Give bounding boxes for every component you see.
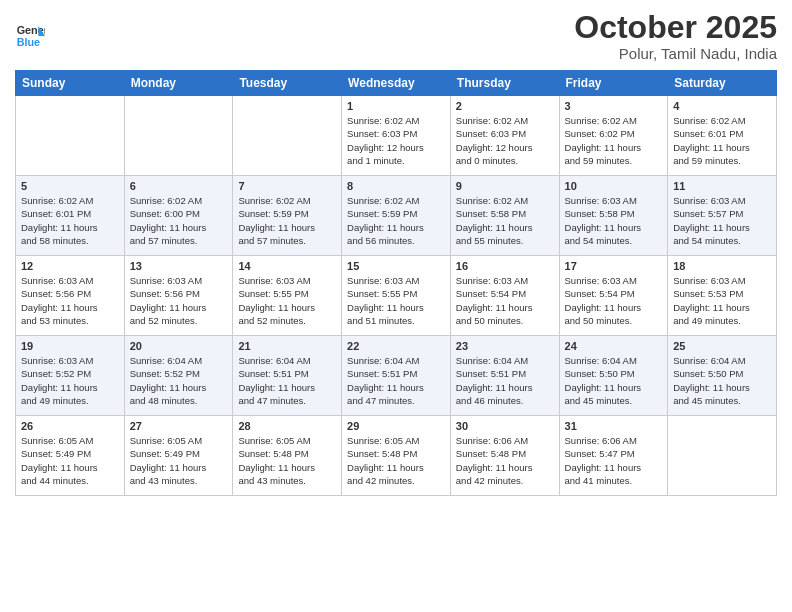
day-number: 23 xyxy=(456,340,554,352)
col-wednesday: Wednesday xyxy=(342,71,451,96)
calendar-day-cell: 17Sunrise: 6:03 AMSunset: 5:54 PMDayligh… xyxy=(559,256,668,336)
calendar-subtitle: Polur, Tamil Nadu, India xyxy=(574,45,777,62)
day-info: Sunrise: 6:03 AMSunset: 5:53 PMDaylight:… xyxy=(673,274,771,327)
day-number: 9 xyxy=(456,180,554,192)
day-number: 17 xyxy=(565,260,663,272)
calendar-week-row: 26Sunrise: 6:05 AMSunset: 5:49 PMDayligh… xyxy=(16,416,777,496)
calendar-day-cell: 28Sunrise: 6:05 AMSunset: 5:48 PMDayligh… xyxy=(233,416,342,496)
col-tuesday: Tuesday xyxy=(233,71,342,96)
day-info: Sunrise: 6:03 AMSunset: 5:58 PMDaylight:… xyxy=(565,194,663,247)
calendar-day-cell: 30Sunrise: 6:06 AMSunset: 5:48 PMDayligh… xyxy=(450,416,559,496)
day-number: 3 xyxy=(565,100,663,112)
calendar-week-row: 5Sunrise: 6:02 AMSunset: 6:01 PMDaylight… xyxy=(16,176,777,256)
calendar-day-cell xyxy=(124,96,233,176)
day-info: Sunrise: 6:02 AMSunset: 6:03 PMDaylight:… xyxy=(456,114,554,167)
logo: General Blue xyxy=(15,21,45,51)
day-number: 7 xyxy=(238,180,336,192)
day-number: 11 xyxy=(673,180,771,192)
day-info: Sunrise: 6:03 AMSunset: 5:55 PMDaylight:… xyxy=(238,274,336,327)
calendar-day-cell: 10Sunrise: 6:03 AMSunset: 5:58 PMDayligh… xyxy=(559,176,668,256)
day-number: 20 xyxy=(130,340,228,352)
day-info: Sunrise: 6:04 AMSunset: 5:52 PMDaylight:… xyxy=(130,354,228,407)
day-info: Sunrise: 6:02 AMSunset: 6:01 PMDaylight:… xyxy=(673,114,771,167)
page: General Blue October 2025 Polur, Tamil N… xyxy=(0,0,792,612)
calendar-header-row: Sunday Monday Tuesday Wednesday Thursday… xyxy=(16,71,777,96)
day-info: Sunrise: 6:02 AMSunset: 5:59 PMDaylight:… xyxy=(238,194,336,247)
day-number: 4 xyxy=(673,100,771,112)
day-number: 2 xyxy=(456,100,554,112)
day-number: 6 xyxy=(130,180,228,192)
calendar-day-cell: 25Sunrise: 6:04 AMSunset: 5:50 PMDayligh… xyxy=(668,336,777,416)
col-friday: Friday xyxy=(559,71,668,96)
calendar-day-cell: 31Sunrise: 6:06 AMSunset: 5:47 PMDayligh… xyxy=(559,416,668,496)
day-number: 15 xyxy=(347,260,445,272)
calendar-day-cell: 11Sunrise: 6:03 AMSunset: 5:57 PMDayligh… xyxy=(668,176,777,256)
day-info: Sunrise: 6:05 AMSunset: 5:49 PMDaylight:… xyxy=(21,434,119,487)
day-info: Sunrise: 6:06 AMSunset: 5:48 PMDaylight:… xyxy=(456,434,554,487)
day-info: Sunrise: 6:02 AMSunset: 5:58 PMDaylight:… xyxy=(456,194,554,247)
calendar-day-cell: 12Sunrise: 6:03 AMSunset: 5:56 PMDayligh… xyxy=(16,256,125,336)
day-info: Sunrise: 6:02 AMSunset: 5:59 PMDaylight:… xyxy=(347,194,445,247)
day-info: Sunrise: 6:04 AMSunset: 5:51 PMDaylight:… xyxy=(347,354,445,407)
col-monday: Monday xyxy=(124,71,233,96)
calendar-day-cell xyxy=(668,416,777,496)
calendar-day-cell: 8Sunrise: 6:02 AMSunset: 5:59 PMDaylight… xyxy=(342,176,451,256)
calendar-day-cell: 14Sunrise: 6:03 AMSunset: 5:55 PMDayligh… xyxy=(233,256,342,336)
calendar-day-cell: 6Sunrise: 6:02 AMSunset: 6:00 PMDaylight… xyxy=(124,176,233,256)
day-info: Sunrise: 6:04 AMSunset: 5:50 PMDaylight:… xyxy=(673,354,771,407)
day-number: 10 xyxy=(565,180,663,192)
title-block: October 2025 Polur, Tamil Nadu, India xyxy=(574,10,777,62)
calendar-day-cell: 5Sunrise: 6:02 AMSunset: 6:01 PMDaylight… xyxy=(16,176,125,256)
svg-text:Blue: Blue xyxy=(17,36,40,48)
calendar-day-cell: 22Sunrise: 6:04 AMSunset: 5:51 PMDayligh… xyxy=(342,336,451,416)
day-info: Sunrise: 6:04 AMSunset: 5:50 PMDaylight:… xyxy=(565,354,663,407)
day-number: 14 xyxy=(238,260,336,272)
calendar-title: October 2025 xyxy=(574,10,777,45)
calendar-week-row: 1Sunrise: 6:02 AMSunset: 6:03 PMDaylight… xyxy=(16,96,777,176)
day-number: 30 xyxy=(456,420,554,432)
day-info: Sunrise: 6:05 AMSunset: 5:48 PMDaylight:… xyxy=(347,434,445,487)
col-sunday: Sunday xyxy=(16,71,125,96)
calendar-day-cell: 3Sunrise: 6:02 AMSunset: 6:02 PMDaylight… xyxy=(559,96,668,176)
day-number: 27 xyxy=(130,420,228,432)
calendar-day-cell: 26Sunrise: 6:05 AMSunset: 5:49 PMDayligh… xyxy=(16,416,125,496)
calendar-day-cell: 27Sunrise: 6:05 AMSunset: 5:49 PMDayligh… xyxy=(124,416,233,496)
day-info: Sunrise: 6:03 AMSunset: 5:55 PMDaylight:… xyxy=(347,274,445,327)
day-info: Sunrise: 6:04 AMSunset: 5:51 PMDaylight:… xyxy=(238,354,336,407)
day-info: Sunrise: 6:02 AMSunset: 6:01 PMDaylight:… xyxy=(21,194,119,247)
calendar-day-cell: 18Sunrise: 6:03 AMSunset: 5:53 PMDayligh… xyxy=(668,256,777,336)
day-info: Sunrise: 6:03 AMSunset: 5:52 PMDaylight:… xyxy=(21,354,119,407)
day-number: 1 xyxy=(347,100,445,112)
day-number: 26 xyxy=(21,420,119,432)
calendar-day-cell xyxy=(16,96,125,176)
day-number: 31 xyxy=(565,420,663,432)
day-number: 22 xyxy=(347,340,445,352)
header: General Blue October 2025 Polur, Tamil N… xyxy=(15,10,777,62)
day-number: 21 xyxy=(238,340,336,352)
day-info: Sunrise: 6:03 AMSunset: 5:54 PMDaylight:… xyxy=(565,274,663,327)
day-info: Sunrise: 6:03 AMSunset: 5:57 PMDaylight:… xyxy=(673,194,771,247)
calendar-week-row: 19Sunrise: 6:03 AMSunset: 5:52 PMDayligh… xyxy=(16,336,777,416)
day-number: 29 xyxy=(347,420,445,432)
day-info: Sunrise: 6:02 AMSunset: 6:00 PMDaylight:… xyxy=(130,194,228,247)
calendar-day-cell: 29Sunrise: 6:05 AMSunset: 5:48 PMDayligh… xyxy=(342,416,451,496)
day-number: 25 xyxy=(673,340,771,352)
day-info: Sunrise: 6:02 AMSunset: 6:02 PMDaylight:… xyxy=(565,114,663,167)
calendar-day-cell: 20Sunrise: 6:04 AMSunset: 5:52 PMDayligh… xyxy=(124,336,233,416)
day-number: 5 xyxy=(21,180,119,192)
calendar-day-cell: 23Sunrise: 6:04 AMSunset: 5:51 PMDayligh… xyxy=(450,336,559,416)
calendar-day-cell: 9Sunrise: 6:02 AMSunset: 5:58 PMDaylight… xyxy=(450,176,559,256)
calendar-day-cell xyxy=(233,96,342,176)
day-number: 12 xyxy=(21,260,119,272)
day-info: Sunrise: 6:03 AMSunset: 5:56 PMDaylight:… xyxy=(130,274,228,327)
day-info: Sunrise: 6:03 AMSunset: 5:54 PMDaylight:… xyxy=(456,274,554,327)
day-info: Sunrise: 6:06 AMSunset: 5:47 PMDaylight:… xyxy=(565,434,663,487)
logo-icon: General Blue xyxy=(15,21,45,51)
calendar-day-cell: 4Sunrise: 6:02 AMSunset: 6:01 PMDaylight… xyxy=(668,96,777,176)
day-info: Sunrise: 6:05 AMSunset: 5:48 PMDaylight:… xyxy=(238,434,336,487)
day-number: 8 xyxy=(347,180,445,192)
day-info: Sunrise: 6:03 AMSunset: 5:56 PMDaylight:… xyxy=(21,274,119,327)
day-number: 19 xyxy=(21,340,119,352)
calendar-week-row: 12Sunrise: 6:03 AMSunset: 5:56 PMDayligh… xyxy=(16,256,777,336)
col-thursday: Thursday xyxy=(450,71,559,96)
